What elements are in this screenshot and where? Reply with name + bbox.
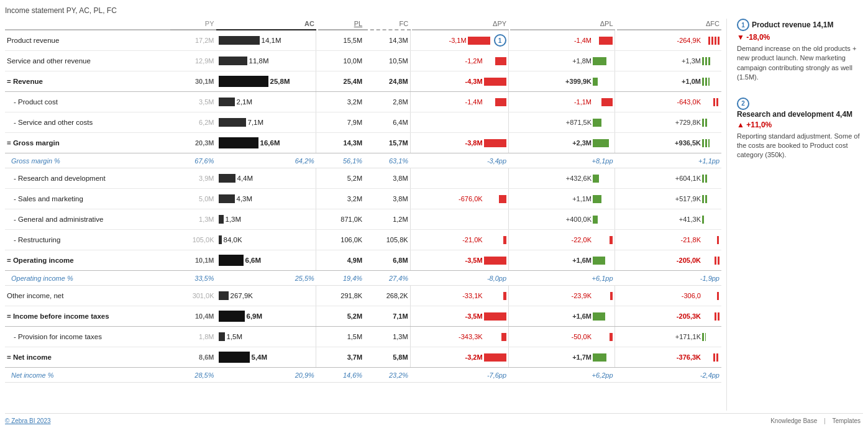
dpl-val: +432,6K <box>559 175 592 182</box>
dfc-inner: +729,8K <box>619 114 720 131</box>
ac-val: 7,1M <box>248 119 264 126</box>
row-fc: 1,2M <box>364 209 410 230</box>
ac-bar <box>219 255 244 266</box>
dfc-bar <box>702 195 708 203</box>
dpl-val: +399,9K <box>559 78 592 85</box>
dpl-bar <box>599 37 613 45</box>
row-dpl-cell: +1,6M <box>510 250 614 271</box>
dpl-inner: +1,8M <box>512 52 613 70</box>
row-pl: 106,0K <box>318 230 364 250</box>
row-label: = Operating income <box>5 250 170 271</box>
pct-row: Operating income % 33,5% 25,5% 19,4% 27,… <box>5 271 721 286</box>
dpl-bar-wrap <box>593 114 613 131</box>
pct-fc: 63,1% <box>364 153 410 168</box>
row-dfc-cell: +41,3K <box>617 209 721 230</box>
sidebar-title: Research and development 4,4M <box>737 110 852 119</box>
main-content: PY AC PL FC ΔPY ΔPL ΔFC Product re <box>5 19 863 411</box>
dpl-bar <box>610 292 613 300</box>
dpl-bar-wrap <box>593 252 613 269</box>
ac-bar-container: 6,6M <box>219 255 316 266</box>
dpl-inner: +432,6K <box>512 170 613 187</box>
dfc-inner: +517,9K <box>619 190 720 207</box>
dpl-bar-wrap <box>593 287 613 304</box>
dfc-bar <box>702 216 705 224</box>
dfc-val: -376,3K <box>669 353 701 361</box>
income-table: PY AC PL FC ΔPY ΔPL ΔFC Product re <box>5 19 721 383</box>
dpl-inner: +399,9K <box>512 73 613 90</box>
row-fc: 15,7M <box>364 133 410 153</box>
dpl-bar <box>610 333 613 341</box>
dpl-bar <box>593 216 598 224</box>
row-dpl-cell: +1,1M <box>510 189 614 209</box>
dfc-inner: +1,3M <box>619 52 720 70</box>
ac-bar-container: 4,4M <box>219 174 316 183</box>
col-header-fc: FC <box>364 19 410 30</box>
row-pl: 3,2M <box>318 189 364 209</box>
dpy-inner: -3,5M <box>414 307 506 325</box>
row-dpl-cell: +871,5K <box>510 112 614 133</box>
ac-val: 5,4M <box>252 353 268 361</box>
subtotal-row: = Income before income taxes 10,4M 6,9M … <box>5 306 721 327</box>
ac-bar <box>219 311 245 322</box>
ac-bar <box>219 215 224 224</box>
row-pl: 10,0M <box>318 51 364 71</box>
sidebar-items: 1 Product revenue 14,1M ▼ -18,0% Demand … <box>737 19 863 160</box>
ac-bar <box>219 137 258 148</box>
dfc-bar <box>708 37 720 45</box>
footer-copyright[interactable]: © Zebra BI 2023 <box>5 417 51 424</box>
row-dpl-cell: +399,9K <box>510 71 614 92</box>
col-header-ac: AC <box>216 19 316 30</box>
row-fc: 10,5M <box>364 51 410 71</box>
dpl-bar <box>593 195 601 203</box>
row-label: - General and administrative <box>5 209 170 230</box>
row-ac-cell: 267,9K <box>216 286 316 306</box>
dpy-bar-wrap <box>484 73 506 90</box>
sidebar-item-1: 1 Product revenue 14,1M ▼ -18,0% Demand … <box>737 19 863 83</box>
ac-val: 11,8M <box>249 57 269 65</box>
pct-row: Gross margin % 67,6% 64,2% 56,1% 63,1% -… <box>5 153 721 168</box>
dpl-inner: +400,0K <box>512 211 613 228</box>
dpy-inner: -3,8M <box>414 134 506 152</box>
row-py: 17,2M <box>170 30 216 51</box>
dpl-inner: -1,1M <box>512 93 613 111</box>
dfc-bar <box>717 236 720 244</box>
dfc-inner: -264,9K <box>619 32 720 49</box>
dfc-bar-wrap <box>702 252 720 269</box>
footer-link-templates[interactable]: Templates <box>832 417 861 424</box>
row-ac-cell: 7,1M <box>216 112 316 133</box>
data-row: - Research and development 3,9M 4,4M 5,2… <box>5 168 721 189</box>
dpl-val: +1,6M <box>559 257 592 264</box>
dfc-bar <box>702 333 706 341</box>
dpy-bar <box>499 195 506 203</box>
dpl-inner: +1,7M <box>512 348 613 366</box>
dpl-val: +1,8M <box>559 57 592 65</box>
pct-label: Gross margin % <box>5 153 170 168</box>
dfc-val: -643,0K <box>669 98 701 106</box>
row-dpy-cell: -33,1K <box>412 286 508 306</box>
pct-dfc: +1,1pp <box>617 153 721 168</box>
dfc-bar-wrap <box>702 307 720 325</box>
dfc-val: -306,0 <box>669 292 701 299</box>
row-dpl-cell: -1,1M <box>510 92 614 112</box>
dpl-val: -23,9K <box>559 292 592 299</box>
row-dpl-cell: +432,6K <box>510 168 614 189</box>
footer-link-kb[interactable]: Knowledge Base <box>770 417 817 424</box>
dfc-val: -21,8K <box>669 236 701 244</box>
dpl-inner: +1,6M <box>512 252 613 269</box>
pct-label: Net income % <box>5 368 170 383</box>
row-pl: 1,5M <box>318 327 364 347</box>
row-ac-cell: 14,1M <box>216 30 316 51</box>
ac-bar <box>219 98 235 106</box>
dpl-bar <box>593 78 598 86</box>
pct-label: Operating income % <box>5 271 170 286</box>
dfc-bar-wrap <box>702 211 720 228</box>
dpy-bar <box>503 236 506 244</box>
row-fc: 105,8K <box>364 230 410 250</box>
row-fc: 14,3M <box>364 30 410 51</box>
dpl-bar-wrap <box>593 134 613 152</box>
ac-bar-container: 7,1M <box>219 118 316 127</box>
row-py: 105,0K <box>170 230 216 250</box>
dpl-bar-wrap <box>593 32 613 49</box>
row-label: Service and other revenue <box>5 51 170 71</box>
dpy-bar <box>495 98 506 106</box>
